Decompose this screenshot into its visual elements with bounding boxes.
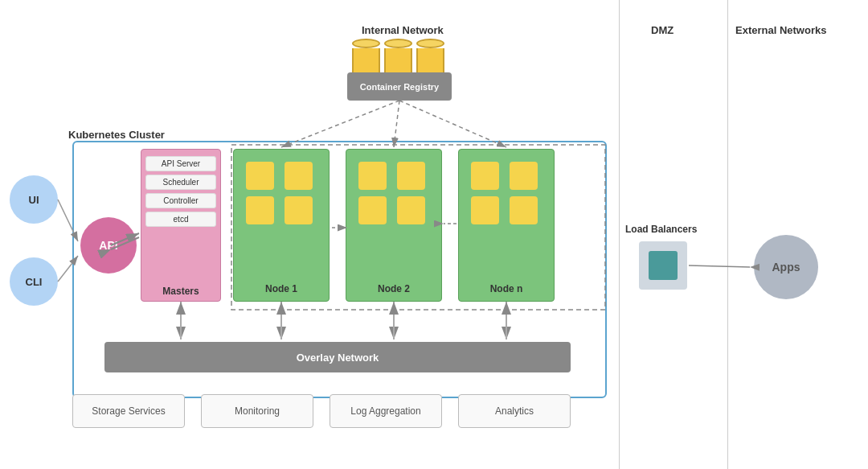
apps-circle: Apps (754, 235, 818, 299)
overlay-network-box: Overlay Network (104, 342, 571, 372)
pod-n-1 (471, 162, 499, 190)
pod-2-1 (358, 162, 387, 190)
node-n-box: Node n (458, 149, 555, 302)
container-registry-label: Container Registry (360, 82, 439, 92)
monitoring-box: Monitoring (201, 394, 313, 428)
masters-item-controller: Controller (145, 193, 216, 208)
overlay-network-label: Overlay Network (297, 352, 379, 364)
node-2-box: Node 2 (346, 149, 442, 302)
masters-item-etcd: etcd (145, 212, 216, 227)
storage-services-label: Storage Services (92, 405, 165, 417)
ui-circle: UI (10, 175, 58, 224)
ui-label: UI (29, 194, 39, 206)
diagram-container: Internal Network DMZ External Networks C… (0, 0, 868, 469)
monitoring-label: Monitoring (235, 405, 280, 417)
analytics-label: Analytics (495, 405, 534, 417)
masters-item-scheduler: Scheduler (145, 175, 216, 190)
container-registry-box: Container Registry (347, 72, 452, 101)
cli-circle: CLI (10, 257, 58, 306)
dmz-divider (619, 0, 620, 469)
pod-n-3 (471, 196, 499, 224)
node-2-title: Node 2 (346, 283, 441, 294)
pod-n-2 (510, 162, 538, 190)
svg-line-20 (689, 265, 750, 267)
internal-network-label: Internal Network (362, 24, 444, 36)
external-networks-label: External Networks (735, 24, 826, 36)
masters-title: Masters (141, 286, 220, 297)
kubernetes-cluster-label: Kubernetes Cluster (68, 129, 165, 141)
storage-services-box: Storage Services (72, 394, 185, 428)
cli-label: CLI (26, 276, 43, 288)
database-cylinder-1 (352, 39, 380, 75)
analytics-box: Analytics (458, 394, 571, 428)
node-1-box: Node 1 (233, 149, 330, 302)
pod-2-2 (397, 162, 425, 190)
pod-2-3 (358, 196, 387, 224)
database-cylinder-3 (416, 39, 444, 75)
apps-label: Apps (772, 261, 800, 274)
pod-1-3 (246, 196, 274, 224)
log-aggregation-box: Log Aggregation (330, 394, 442, 428)
log-aggregation-label: Log Aggregation (350, 405, 420, 417)
node-1-title: Node 1 (234, 283, 329, 294)
masters-item-api-server: API Server (145, 156, 216, 171)
ext-divider (727, 0, 728, 469)
api-circle: API (80, 217, 137, 274)
load-balancers-label: Load Balancers (625, 224, 697, 235)
api-label: API (99, 239, 117, 252)
pod-1-2 (285, 162, 313, 190)
dmz-label: DMZ (651, 24, 674, 36)
masters-box: API Server Scheduler Controller etcd Mas… (141, 149, 221, 302)
database-cylinder-2 (384, 39, 412, 75)
load-balancer-icon (649, 251, 678, 280)
pod-1-1 (246, 162, 274, 190)
node-n-title: Node n (459, 283, 554, 294)
pod-2-4 (397, 196, 425, 224)
pod-n-4 (510, 196, 538, 224)
pod-1-4 (285, 196, 313, 224)
load-balancer-box (639, 241, 687, 290)
